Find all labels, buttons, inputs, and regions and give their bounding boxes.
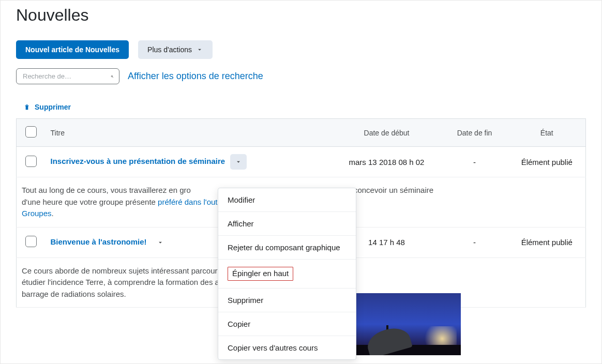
- dropdown-item-supprimer[interactable]: Supprimer: [218, 289, 356, 312]
- search-box[interactable]: [16, 68, 119, 84]
- page-title: Nouvelles: [16, 6, 586, 25]
- dropdown-item-rejeter[interactable]: Rejeter du composant graphique: [218, 236, 356, 260]
- header-end: Date de fin: [441, 119, 508, 147]
- desc-link[interactable]: préféré dans l'outil: [158, 198, 221, 206]
- row-state: Élément publié: [508, 227, 586, 257]
- action-bar: Nouvel article de Nouvelles Plus d'actio…: [16, 40, 586, 59]
- more-actions-button[interactable]: Plus d'actions: [138, 40, 213, 59]
- table-header-row: Titre Date de début Date de fin État: [17, 119, 586, 147]
- search-icon[interactable]: [111, 72, 114, 81]
- dropdown-item-modifier[interactable]: Modifier: [218, 188, 356, 212]
- table-row: Inscrivez-vous à une présentation de sém…: [17, 147, 586, 177]
- row-end-date: -: [441, 227, 508, 257]
- row-actions-button[interactable]: [230, 154, 247, 170]
- news-title-link[interactable]: Bienvenue à l'astronomie!: [51, 237, 147, 246]
- new-article-button[interactable]: Nouvel article de Nouvelles: [16, 40, 129, 59]
- more-actions-label: Plus d'actions: [147, 46, 192, 54]
- row-checkbox[interactable]: [25, 156, 37, 167]
- row-actions-button[interactable]: [152, 235, 169, 250]
- chevron-down-icon: [196, 46, 203, 53]
- delete-selected-button[interactable]: Supprimer: [23, 103, 586, 111]
- delete-label: Supprimer: [35, 103, 71, 111]
- desc-fragment: .: [52, 209, 54, 218]
- dropdown-item-epingler[interactable]: Épingler en haut: [218, 260, 356, 289]
- row-checkbox[interactable]: [25, 236, 37, 247]
- row-actions-dropdown: Modifier Afficher Rejeter du composant g…: [218, 188, 356, 360]
- trash-icon: [23, 103, 31, 111]
- desc-link-groupes[interactable]: Groupes: [22, 209, 52, 218]
- dropdown-item-label: Épingler en haut: [228, 267, 293, 281]
- chevron-down-icon: [157, 239, 164, 246]
- header-checkbox-cell: [17, 119, 46, 147]
- search-options-link[interactable]: Afficher les options de recherche: [128, 71, 263, 82]
- select-all-checkbox[interactable]: [25, 126, 37, 138]
- dropdown-item-copier-cours[interactable]: Copier vers d'autres cours: [218, 336, 356, 359]
- header-state: État: [508, 119, 586, 147]
- news-title-link[interactable]: Inscrivez-vous à une présentation de sém…: [51, 157, 225, 165]
- news-page: Nouvelles Nouvel article de Nouvelles Pl…: [0, 0, 602, 364]
- search-row: Afficher les options de recherche: [16, 68, 586, 84]
- header-title: Titre: [46, 119, 333, 147]
- row-state: Élément publié: [508, 147, 586, 177]
- search-input[interactable]: [22, 72, 111, 81]
- desc-fragment: Tout au long de ce cours, vous travaille…: [22, 186, 191, 194]
- dropdown-item-copier[interactable]: Copier: [218, 312, 356, 336]
- chevron-down-icon: [235, 158, 242, 165]
- dropdown-item-afficher[interactable]: Afficher: [218, 212, 356, 236]
- header-start: Date de début: [333, 119, 441, 147]
- astronomy-image: [342, 293, 461, 355]
- row-start-date: mars 13 2018 08 h 02: [333, 147, 441, 177]
- row-end-date: -: [441, 147, 508, 177]
